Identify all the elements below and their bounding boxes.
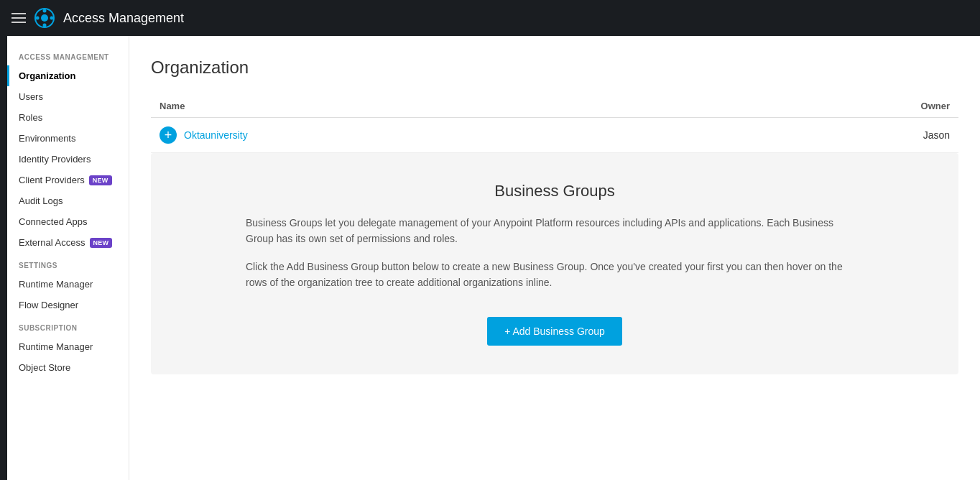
sidebar-section-access: ACCESS MANAGEMENT bbox=[7, 45, 129, 65]
sidebar-section-settings: SETTINGS bbox=[7, 253, 129, 274]
sidebar-item-audit-logs[interactable]: Audit Logs bbox=[7, 190, 129, 211]
sidebar-item-flow-designer[interactable]: Flow Designer bbox=[7, 295, 129, 315]
svg-point-3 bbox=[43, 24, 47, 27]
org-name-cell: + Oktauniversity bbox=[151, 118, 712, 153]
topbar: Access Management bbox=[0, 0, 980, 36]
left-panel bbox=[0, 36, 7, 480]
bg-panel-title: Business Groups bbox=[187, 182, 923, 200]
sidebar-item-external-access[interactable]: External Access NEW bbox=[7, 232, 129, 253]
app-title: Access Management bbox=[63, 11, 184, 26]
table-row: + Oktauniversity Jason bbox=[151, 118, 958, 153]
business-groups-panel: Business Groups Business Groups let you … bbox=[151, 153, 958, 374]
org-owner-cell: Jason bbox=[712, 118, 958, 153]
page-title: Organization bbox=[151, 57, 958, 78]
svg-point-1 bbox=[41, 14, 48, 22]
sidebar-item-roles[interactable]: Roles bbox=[7, 107, 129, 128]
svg-point-2 bbox=[43, 9, 47, 13]
sidebar: ACCESS MANAGEMENT Organization Users Rol… bbox=[7, 36, 129, 480]
sidebar-item-users[interactable]: Users bbox=[7, 86, 129, 107]
sidebar-item-client-providers[interactable]: Client Providers NEW bbox=[7, 170, 129, 190]
sidebar-item-runtime-manager-sub[interactable]: Runtime Manager bbox=[7, 336, 129, 357]
expand-icon[interactable]: + bbox=[160, 126, 177, 144]
col-header-owner: Owner bbox=[712, 95, 958, 118]
sidebar-item-connected-apps[interactable]: Connected Apps bbox=[7, 211, 129, 232]
organization-table: Name Owner + Oktauniversity Jason bbox=[151, 95, 958, 153]
new-badge-external-access: NEW bbox=[90, 238, 113, 248]
hamburger-menu[interactable] bbox=[11, 13, 26, 23]
sidebar-item-organization[interactable]: Organization bbox=[7, 65, 129, 86]
new-badge-client-providers: NEW bbox=[89, 175, 112, 185]
svg-point-4 bbox=[36, 17, 40, 20]
anypoint-logo-icon bbox=[34, 8, 55, 28]
sidebar-item-identity-providers[interactable]: Identity Providers bbox=[7, 149, 129, 170]
sidebar-item-environments[interactable]: Environments bbox=[7, 128, 129, 149]
sidebar-section-subscription: SUBSCRIPTION bbox=[7, 315, 129, 336]
sidebar-item-runtime-manager-settings[interactable]: Runtime Manager bbox=[7, 274, 129, 295]
org-name-link[interactable]: Oktauniversity bbox=[184, 129, 248, 141]
svg-point-5 bbox=[50, 17, 54, 20]
main-content: Organization Name Owner + Oktauniversity bbox=[129, 36, 980, 480]
bg-description-1: Business Groups let you delegate managem… bbox=[246, 215, 864, 247]
add-business-group-button[interactable]: + Add Business Group bbox=[487, 317, 622, 346]
bg-description-2: Click the Add Business Group button belo… bbox=[246, 259, 864, 291]
org-name-wrapper: + Oktauniversity bbox=[160, 126, 703, 144]
sidebar-item-object-store[interactable]: Object Store bbox=[7, 357, 129, 378]
col-header-name: Name bbox=[151, 95, 712, 118]
